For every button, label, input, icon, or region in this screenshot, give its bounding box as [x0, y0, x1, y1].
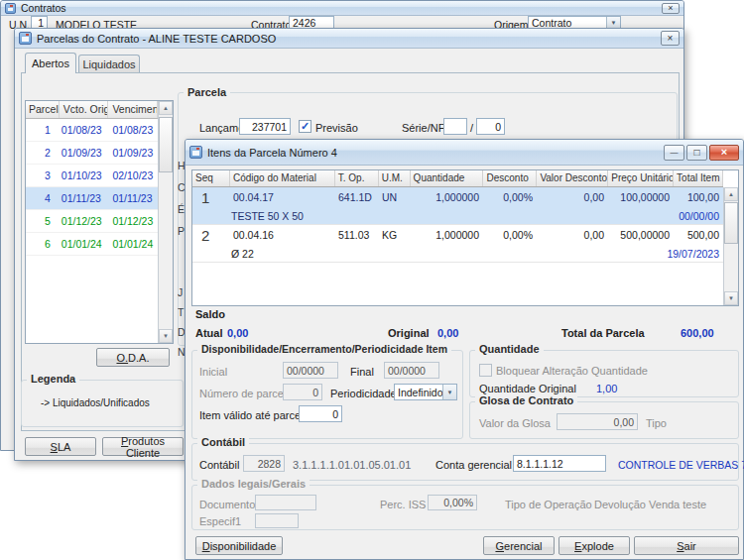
previsao-checkbox[interactable]: ✓: [299, 120, 311, 133]
cell-um: UN: [378, 191, 410, 203]
item-row[interactable]: 2 00.04.16 511.03 KG 1,000000 0,00% 0,00…: [192, 225, 723, 263]
contabil-input[interactable]: 2828: [243, 455, 285, 472]
inicial-input[interactable]: 00/0000: [283, 362, 338, 379]
maximize-button[interactable]: □: [686, 145, 707, 161]
cell-um: KG: [378, 229, 410, 241]
minimize-button[interactable]: —: [664, 145, 684, 161]
documento-input[interactable]: [255, 495, 316, 510]
cell-quantidade: 1,000000: [410, 229, 483, 241]
close-button[interactable]: ×: [709, 145, 739, 161]
cell-codigo: 00.04.16: [229, 229, 334, 241]
column-header-valor-desconto[interactable]: Valor Desconto: [537, 170, 608, 186]
close-icon: ×: [668, 4, 673, 13]
cell-vcto: 01/08/23: [60, 124, 109, 136]
especif1-input[interactable]: [255, 513, 299, 528]
column-header-desconto[interactable]: Desconto: [483, 170, 537, 186]
cell-data: 19/07/2023: [667, 248, 719, 260]
disponibilidade-button[interactable]: Disponibilidade: [195, 536, 283, 555]
gerencial-button[interactable]: Gerencial: [483, 536, 555, 555]
periodicidade-selected-value: Indefinido: [395, 387, 442, 398]
titlebar-contratos[interactable]: Contratos ×: [1, 1, 683, 16]
vertical-scrollbar[interactable]: ▲ ▼: [723, 187, 738, 305]
itens-grid-header: Seq Código do Material T. Op. U.M. Quant…: [192, 170, 723, 187]
scrollbar-thumb[interactable]: [159, 117, 173, 172]
numero-parcelas-input[interactable]: 0: [283, 384, 322, 400]
column-header-t-op[interactable]: T. Op.: [335, 170, 379, 186]
legenda-groupbox-label: Legenda: [27, 373, 79, 385]
column-header-seq[interactable]: Seq: [192, 170, 230, 186]
item-valido-input[interactable]: 0: [299, 405, 342, 422]
column-header-total-item[interactable]: Total Item: [674, 170, 723, 186]
tab-liquidados[interactable]: Liquidados: [78, 55, 140, 73]
periodicidade-select[interactable]: Indefinido ▼: [394, 384, 457, 400]
close-button[interactable]: ×: [661, 31, 680, 46]
especif1-label: Especif1: [199, 515, 241, 527]
produtos-cliente-button[interactable]: Produtos Cliente: [102, 437, 184, 456]
scrollbar-track[interactable]: [159, 115, 173, 329]
quantidade-groupbox-label: Quantidade: [475, 343, 544, 355]
tipo-operacao-label: Tipo de Operação: [505, 499, 592, 510]
explode-button[interactable]: Explode: [558, 536, 630, 555]
conta-contabil-text: 3.1.1.1.1.01.01.05.01.01: [293, 459, 411, 471]
lancamento-input[interactable]: 237701: [239, 118, 291, 135]
previsao-label: Previsão: [315, 122, 358, 134]
scrollbar-thumb[interactable]: [724, 202, 738, 244]
item-row-selected[interactable]: 1 00.04.17 641.1D UN 1,000000 0,00% 0,00…: [192, 187, 723, 225]
cell-parcela: 3: [26, 169, 60, 181]
cell-total-item: 100,00: [674, 191, 723, 203]
serie-input[interactable]: [443, 118, 467, 135]
column-header-preco-unitario[interactable]: Preço Unitário: [608, 170, 674, 186]
sla-button[interactable]: SLA: [25, 437, 96, 456]
column-header-um[interactable]: U.M.: [379, 170, 411, 186]
valor-glosa-input[interactable]: 0,00: [557, 413, 638, 430]
titlebar-itens[interactable]: Itens da Parcela Número 4 — □ ×: [186, 140, 743, 166]
sair-button[interactable]: Sair: [634, 536, 739, 555]
maximize-icon: □: [693, 148, 699, 158]
scroll-down-icon[interactable]: ▼: [159, 329, 173, 343]
parcela-row[interactable]: 3 01/10/23 02/10/23: [26, 165, 158, 187]
cell-t-op: 641.1D: [334, 191, 378, 203]
inicial-label: Inicial: [199, 366, 227, 378]
window-title: Contratos: [21, 2, 660, 14]
scroll-up-icon[interactable]: ▲: [724, 187, 738, 201]
tab-abertos[interactable]: Abertos: [25, 53, 76, 73]
titlebar-parcelas[interactable]: Parcelas do Contrato - ALINE TESTE CARDO…: [15, 29, 683, 49]
cell-codigo: 00.04.17: [229, 191, 334, 203]
chevron-down-icon: ▼: [442, 385, 456, 399]
close-button[interactable]: ×: [662, 3, 680, 14]
dados-legais-groupbox-label: Dados legais/Gerais: [197, 478, 310, 490]
legenda-item: -> Liquidados/Unificados: [41, 397, 150, 408]
column-header-vcto-orig[interactable]: Vcto. Orig: [60, 101, 109, 118]
final-input[interactable]: 00/0000: [384, 362, 439, 379]
oda-button[interactable]: O.D.A.: [96, 348, 170, 367]
tipo-operacao-value: Devolução Venda teste: [594, 499, 706, 510]
conta-gerencial-input[interactable]: 8.1.1.1.12: [513, 455, 606, 472]
cell-vcto: 01/01/24: [60, 238, 109, 250]
scroll-up-icon[interactable]: ▲: [159, 101, 173, 115]
vertical-scrollbar[interactable]: ▲ ▼: [158, 101, 173, 343]
parcela-row-selected[interactable]: 4 01/11/23 01/11/23: [26, 187, 158, 210]
column-header-parcela[interactable]: Parcela: [26, 101, 60, 118]
parcela-row[interactable]: 1 01/08/23 01/08/23: [26, 119, 158, 142]
bloquear-quantidade-checkbox[interactable]: [479, 364, 492, 377]
parcela-row[interactable]: 2 01/09/23 01/09/23: [26, 142, 158, 165]
cell-preco-unitario: 500,00000: [608, 229, 674, 241]
window-title: Parcelas do Contrato - ALINE TESTE CARDO…: [37, 33, 659, 45]
perc-iss-input[interactable]: 0,00%: [428, 495, 477, 510]
saldo-atual-label: Atual: [195, 327, 223, 339]
parcela-row[interactable]: 5 01/12/23 01/12/23: [26, 210, 158, 233]
nf-input[interactable]: 0: [476, 118, 505, 135]
cell-total-item: 500,00: [674, 229, 723, 241]
cell-desconto: 0,00%: [483, 229, 537, 241]
cell-valor-desconto: 0,00: [537, 191, 608, 203]
glosa-tipo-label: Tipo: [646, 417, 667, 429]
column-header-quantidade[interactable]: Quantidade: [411, 170, 484, 186]
bloquear-quantidade-label: Bloquear Alteração Quantidade: [496, 365, 648, 377]
column-header-codigo[interactable]: Código do Material: [230, 170, 335, 186]
column-header-vencimento[interactable]: Vencimento: [108, 101, 158, 118]
scroll-down-icon[interactable]: ▼: [724, 291, 738, 305]
cell-t-op: 511.03: [334, 229, 378, 241]
scrollbar-track[interactable]: [724, 201, 738, 291]
parcela-row[interactable]: 6 01/01/24 01/01/24: [26, 233, 158, 256]
saldo-original-value: 0,00: [437, 327, 458, 339]
